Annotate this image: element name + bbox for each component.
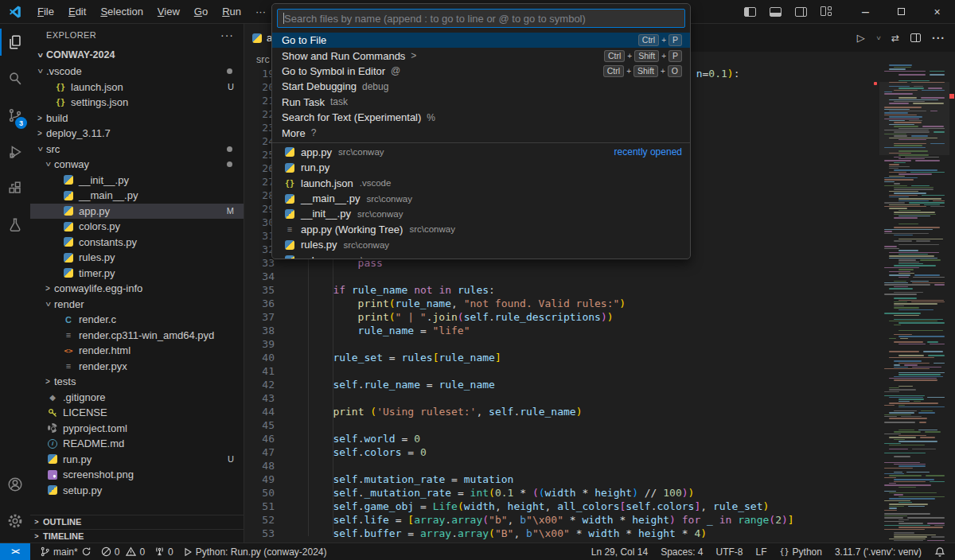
tree-item-conwaylife.egg-info[interactable]: >conwaylife.egg-info [30,281,244,297]
menu-item-selection[interactable]: Selection [93,3,150,21]
file-path: src\conway [357,209,403,219]
explorer-actions-icon[interactable]: ··· [220,29,234,41]
toggle-secondary-sidebar-icon[interactable] [795,7,807,17]
tree-item-deploy_3.11.7[interactable]: >deploy_3.11.7 [30,126,244,142]
chevron-right-icon: > [41,284,54,293]
menu-item-go[interactable]: Go [187,3,215,21]
tree-item-.vscode[interactable]: >.vscode [30,64,244,80]
tree-item-settings.json[interactable]: {}settings.json [30,95,244,111]
tree-item-__main__.py[interactable]: __main__.py [30,188,244,204]
tree-item-render.html[interactable]: <>render.html [30,343,244,359]
language-mode-item[interactable]: {} Python [774,546,828,558]
tree-item-render.c[interactable]: Crender.c [30,312,244,328]
minimap[interactable] [879,60,949,542]
explorer-icon[interactable] [0,24,30,60]
quickopen-command-go-to-symbol-in-editor[interactable]: Go to Symbol in Editor@Ctrl+Shift+O [272,64,690,79]
account-icon[interactable] [0,466,30,503]
tree-item-render[interactable]: >render [30,297,244,313]
menu-item-run[interactable]: Run [215,3,248,21]
python-icon [46,485,59,495]
quickopen-file-rules-py[interactable]: rules.pysrc\conway [272,237,690,252]
quickopen-command-search-for-text-experimental-[interactable]: Search for Text (Experimental)% [272,110,690,125]
encoding-item[interactable]: UTF-8 [710,546,750,558]
ports-item[interactable]: 0 [150,543,178,560]
outline-section[interactable]: > OUTLINE [30,515,244,529]
quickopen-file-launch-json[interactable]: {}launch.json.vscode [272,176,690,191]
tree-item-render.pyx[interactable]: ≡render.pyx [30,359,244,375]
quickopen-command-more[interactable]: More? [272,125,690,140]
quickopen-file--init-py[interactable]: __init__.pysrc\conway [272,206,690,221]
line-number-50: 50 [248,486,275,500]
tree-item-app.py[interactable]: app.pyM [30,204,244,220]
warning-icon [126,546,136,557]
eol-item[interactable]: LF [750,546,774,558]
quickopen-file-colors-py[interactable]: colors.pysrc\conway [272,252,690,259]
toggle-panel-icon[interactable] [770,7,782,17]
quickopen-file-app-py-working-tree-[interactable]: ≡app.py (Working Tree)src\conway [272,222,690,237]
image-icon [46,470,59,480]
menu-item-edit[interactable]: Edit [61,3,93,21]
tree-item-pyproject.toml[interactable]: pyproject.toml [30,421,244,437]
tree-item-LICENSE[interactable]: LICENSE [30,405,244,421]
toggle-sidebar-icon[interactable] [744,7,756,17]
tree-item-tests[interactable]: >tests [30,374,244,390]
line-number-41: 41 [248,364,275,378]
menu-more-icon[interactable]: ··· [248,3,273,21]
tree-item-src[interactable]: >src [30,142,244,158]
problems-item[interactable]: 0 0 [96,543,150,560]
quickopen-command-show-and-run-commands[interactable]: Show and Run Commands>Ctrl+Shift+P [272,48,690,63]
tree-item-label: render.cp311-win_amd64.pyd [79,329,214,341]
timeline-section[interactable]: > TIMELINE [30,529,244,543]
indentation-item[interactable]: Spaces: 4 [654,546,709,558]
tree-item-timer.py[interactable]: timer.py [30,266,244,282]
key-chip: Ctrl [604,50,625,62]
python-interpreter-item[interactable]: 3.11.7 ('.venv': venv) [828,546,928,558]
testing-icon[interactable] [0,207,30,243]
debug-config-item[interactable]: Python: Run.py (conway-2024) [178,543,332,560]
tree-item-run.py[interactable]: run.pyU [30,452,244,468]
tree-item-.gitignore[interactable]: ◆.gitignore [30,390,244,406]
key-chip: Ctrl [638,34,659,46]
quickopen-file-app-py[interactable]: app.pysrc\conwayrecently opened [272,145,690,160]
quickopen-file--main-py[interactable]: __main__.pysrc\conway [272,191,690,206]
notifications-item[interactable] [928,546,955,558]
tree-item-label: tests [54,375,76,387]
git-branch-item[interactable]: main* [35,543,96,560]
quickopen-command-start-debugging[interactable]: Start Debuggingdebug [272,79,690,94]
tree-item-screenshot.png[interactable]: screenshot.png [30,467,244,483]
source-control-icon[interactable]: 3 [0,97,30,134]
line-number-37: 37 [248,310,275,324]
minimize-button[interactable]: – [848,0,883,24]
search-icon[interactable] [0,60,30,97]
git-status-badge: M [227,206,234,216]
tree-item-conway[interactable]: >conway [30,157,244,173]
quickopen-file-run-py[interactable]: run.py [272,160,690,175]
tree-item-launch.json[interactable]: {}launch.jsonU [30,80,244,95]
quickopen-command-run-task[interactable]: Run Tasktask [272,95,690,110]
tree-item-README.md[interactable]: iREADME.md [30,436,244,452]
extensions-icon[interactable] [0,170,30,207]
tree-item-colors.py[interactable]: colors.py [30,219,244,235]
settings-gear-icon[interactable] [0,503,30,539]
menu-item-file[interactable]: File [30,3,61,21]
tree-item-__init__.py[interactable]: __init__.py [30,173,244,189]
tree-item-label: README.md [63,438,124,449]
quick-open-input[interactable] [278,10,684,27]
file-name: colors.py [301,255,342,259]
tree-item-render.cp311-win_amd64.pyd[interactable]: ≡render.cp311-win_amd64.pyd [30,328,244,344]
project-root-row[interactable]: > CONWAY-2024 [30,46,244,64]
menu-item-view[interactable]: View [150,3,187,21]
tree-item-build[interactable]: >build [30,111,244,126]
maximize-button[interactable] [883,0,919,24]
remote-indicator[interactable]: >< [0,543,30,560]
cursor-position-item[interactable]: Ln 29, Col 14 [585,546,654,558]
keybinding: Ctrl+Shift+P [604,50,682,62]
tree-item-constants.py[interactable]: constants.py [30,235,244,251]
quickopen-command-go-to-file[interactable]: Go to FileCtrl+P [272,33,690,48]
run-debug-icon[interactable] [0,134,30,170]
command-label: Run Task [282,96,325,108]
close-button[interactable]: × [919,0,955,24]
tree-item-setup.py[interactable]: setup.py [30,483,244,499]
tree-item-rules.py[interactable]: rules.py [30,250,244,266]
customize-layout-icon[interactable] [821,6,833,18]
